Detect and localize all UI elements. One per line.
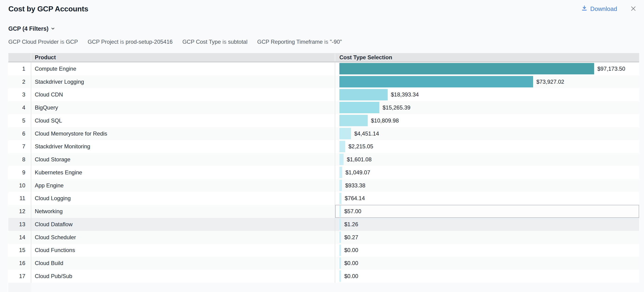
cost-bar (340, 63, 594, 74)
product-name: Cloud Storage (31, 153, 335, 166)
table-row[interactable]: 8Cloud Storage$1,601.08 (8, 153, 639, 166)
cost-cell[interactable]: $18,393.34 (335, 88, 639, 101)
header-actions: Download (581, 5, 637, 13)
filter-chip[interactable]: GCP Project is prod-setup-205416 (88, 38, 172, 46)
table-row[interactable]: 15Cloud Functions$0.00 (8, 244, 639, 257)
table-body: 1Compute Engine$97,173.502Stackdriver Lo… (8, 62, 639, 283)
table-row[interactable]: 17Cloud Pub/Sub$0.00 (8, 270, 639, 283)
cost-cell[interactable]: $0.00 (335, 244, 639, 257)
download-icon (581, 5, 588, 13)
filter-chip[interactable]: GCP Reporting Timeframe is "-90" (257, 38, 342, 46)
table-row[interactable]: 11Cloud Logging$764.14 (8, 192, 639, 205)
cost-cell[interactable]: $2,215.05 (335, 140, 639, 153)
cost-cell[interactable]: $97,173.50 (335, 62, 639, 75)
cost-value: $764.14 (345, 192, 365, 205)
cost-value: $0.00 (344, 257, 358, 270)
cost-cell[interactable]: $15,265.39 (335, 101, 639, 114)
cost-value: $18,393.34 (391, 88, 419, 101)
cost-bar (340, 128, 351, 139)
table-row[interactable]: 7Stackdriver Monitoring$2,215.05 (8, 140, 639, 153)
table-row[interactable]: 2Stackdriver Logging$73,927.02 (8, 75, 639, 88)
cost-value: $2,215.05 (348, 140, 373, 153)
cost-cell[interactable]: $0.00 (335, 257, 639, 270)
product-name: Stackdriver Logging (31, 75, 335, 88)
cost-cell[interactable]: $764.14 (335, 192, 639, 205)
table-row[interactable]: 9Kubernetes Engine$1,049.07 (8, 166, 639, 179)
product-name: Stackdriver Monitoring (31, 140, 335, 153)
table-row[interactable]: 10App Engine$933.38 (8, 179, 639, 192)
table-row[interactable]: 6Cloud Memorystore for Redis$4,451.14 (8, 127, 639, 140)
filter-operator: is (324, 39, 328, 45)
cost-cell[interactable]: $0.00 (335, 270, 639, 283)
cost-bar (340, 102, 379, 113)
row-index: 4 (8, 101, 31, 114)
cost-cell[interactable]: $57.00 (335, 205, 639, 218)
cost-cell[interactable]: $0.27 (335, 231, 639, 244)
product-name: Cloud Scheduler (31, 231, 335, 244)
cost-value: $15,265.39 (382, 101, 410, 114)
filter-field: GCP Cost Type (182, 39, 221, 45)
cost-table: Product Cost Type Selection 1Compute Eng… (8, 53, 639, 283)
row-index: 2 (8, 75, 31, 88)
cost-value: $0.27 (344, 231, 358, 244)
cost-value: $0.00 (344, 270, 358, 283)
filter-chip[interactable]: GCP Cloud Provider is GCP (8, 38, 78, 46)
filter-summary-label: GCP (4 Filters) (8, 25, 48, 33)
filter-value: prod-setup-205416 (126, 39, 172, 45)
download-button[interactable]: Download (581, 5, 617, 13)
product-column-header: Product (31, 53, 335, 62)
download-label: Download (590, 5, 617, 13)
product-name: Cloud Functions (31, 244, 335, 257)
filter-value: "-90" (330, 39, 342, 45)
cost-value: $4,451.14 (354, 127, 379, 140)
filter-value: subtotal (228, 39, 248, 45)
filter-value: GCP (66, 39, 78, 45)
cost-value: $1,601.08 (347, 153, 372, 166)
close-button[interactable] (630, 5, 637, 13)
table-row[interactable]: 1Compute Engine$97,173.50 (8, 62, 639, 75)
row-index: 15 (8, 244, 31, 257)
row-index: 5 (8, 114, 31, 127)
cost-bar (340, 219, 341, 230)
row-index: 16 (8, 257, 31, 270)
product-name: BigQuery (31, 101, 335, 114)
cost-cell[interactable]: $1,049.07 (335, 166, 639, 179)
chevron-down-icon (50, 26, 55, 31)
cost-cell[interactable]: $1,601.08 (335, 153, 639, 166)
table-row[interactable]: 12Networking$57.00 (8, 205, 639, 218)
cost-value: $57.00 (344, 205, 361, 218)
row-index: 3 (8, 88, 31, 101)
product-name: Cloud SQL (31, 114, 335, 127)
active-filters: GCP Cloud Provider is GCPGCP Project is … (8, 38, 644, 46)
product-name: Cloud CDN (31, 88, 335, 101)
cost-bar (340, 76, 533, 87)
table-row[interactable]: 4BigQuery$15,265.39 (8, 101, 639, 114)
page-title: Cost by GCP Accounts (8, 5, 88, 13)
cost-cell[interactable]: $73,927.02 (335, 75, 639, 88)
product-name: Cloud Pub/Sub (31, 270, 335, 283)
filter-summary-toggle[interactable]: GCP (4 Filters) (8, 25, 55, 33)
cost-cell[interactable]: $4,451.14 (335, 127, 639, 140)
table-row[interactable]: 16Cloud Build$0.00 (8, 257, 639, 270)
table-row[interactable]: 14Cloud Scheduler$0.27 (8, 231, 639, 244)
filter-operator: is (120, 39, 124, 45)
table-row[interactable]: 5Cloud SQL$10,809.98 (8, 114, 639, 127)
filter-chip[interactable]: GCP Cost Type is subtotal (182, 38, 248, 46)
row-index: 17 (8, 270, 31, 283)
panel-header: Cost by GCP Accounts Download (0, 0, 644, 15)
table-row[interactable]: 3Cloud CDN$18,393.34 (8, 88, 639, 101)
cost-value: $1,049.07 (346, 166, 370, 179)
cost-cell[interactable]: $1.26 (335, 218, 639, 231)
cost-cell[interactable]: $933.38 (335, 179, 639, 192)
row-index: 1 (8, 62, 31, 75)
filter-field: GCP Project (88, 39, 118, 45)
cost-value: $1.26 (344, 218, 358, 231)
cost-cell[interactable]: $10,809.98 (335, 114, 639, 127)
row-number-column-track (8, 283, 31, 292)
cost-bar (340, 89, 388, 100)
table-row[interactable]: 13Cloud Dataflow$1.26 (8, 218, 639, 231)
cost-bar (340, 154, 344, 165)
cost-bar (340, 180, 342, 191)
row-index: 9 (8, 166, 31, 179)
product-name: Compute Engine (31, 62, 335, 75)
